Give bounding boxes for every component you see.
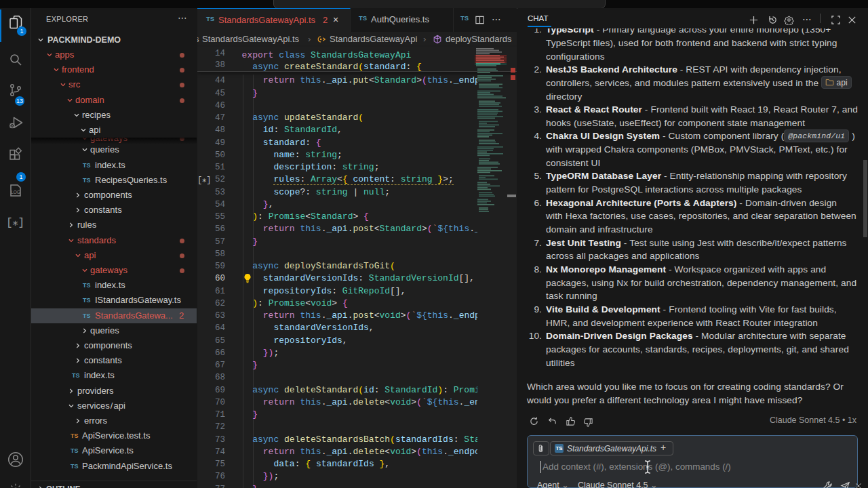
svg-text:LOG: LOG xyxy=(11,190,20,195)
